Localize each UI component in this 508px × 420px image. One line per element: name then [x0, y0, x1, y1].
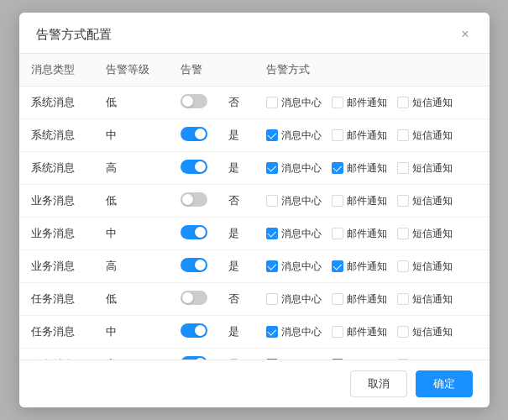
checkbox-icon[interactable] — [332, 162, 343, 174]
cell-notify-options: 消息中心邮件通知短信通知 — [254, 218, 489, 250]
checkbox-item[interactable]: 消息中心 — [266, 260, 322, 274]
checkbox-icon[interactable] — [332, 326, 343, 338]
checkbox-item[interactable]: 消息中心 — [266, 161, 322, 176]
cell-notify-options: 消息中心邮件通知短信通知 — [254, 250, 489, 283]
toggle-switch[interactable] — [181, 291, 207, 305]
checkbox-icon[interactable] — [266, 326, 278, 338]
alert-config-dialog: 告警方式配置 × 消息类型 告警等级 告警 告警方式 系统消息低否消息中心邮件通… — [19, 13, 490, 407]
close-button[interactable]: × — [458, 26, 472, 43]
checkbox-item[interactable]: 消息中心 — [266, 292, 322, 307]
cell-toggle-label: 是 — [225, 349, 254, 360]
checkbox-item[interactable]: 邮件通知 — [332, 129, 387, 143]
checkbox-label: 短信通知 — [412, 161, 453, 176]
cell-toggle-label: 是 — [225, 250, 254, 283]
toggle-switch[interactable] — [181, 225, 207, 239]
checkbox-icon[interactable] — [332, 293, 343, 305]
checkbox-item[interactable]: 短信通知 — [397, 129, 453, 143]
checkbox-item[interactable]: 邮件通知 — [332, 161, 387, 176]
checkbox-label: 邮件通知 — [347, 292, 387, 307]
col-header-type: 消息类型 — [19, 54, 94, 87]
checkbox-icon[interactable] — [397, 129, 409, 141]
checkbox-icon[interactable] — [397, 260, 409, 272]
cell-level: 高 — [94, 349, 169, 360]
cell-toggle[interactable] — [169, 119, 225, 152]
cell-level: 中 — [94, 218, 169, 250]
checkbox-icon[interactable] — [266, 293, 278, 305]
toggle-switch[interactable] — [181, 192, 207, 207]
checkbox-icon[interactable] — [266, 97, 278, 108]
cell-level: 中 — [94, 119, 169, 152]
checkbox-item[interactable]: 短信通知 — [397, 227, 453, 241]
cell-toggle[interactable] — [169, 250, 225, 283]
checkbox-icon[interactable] — [332, 97, 343, 108]
checkbox-label: 消息中心 — [281, 129, 322, 143]
checkbox-item[interactable]: 邮件通知 — [332, 260, 387, 274]
cell-level: 高 — [94, 250, 169, 283]
checkbox-label: 短信通知 — [412, 96, 453, 110]
checkbox-label: 邮件通知 — [347, 325, 387, 339]
checkbox-item[interactable]: 短信通知 — [397, 194, 453, 208]
checkbox-icon[interactable] — [397, 195, 409, 207]
checkbox-icon[interactable] — [266, 195, 278, 207]
checkbox-icon[interactable] — [397, 326, 409, 338]
checkbox-icon[interactable] — [332, 228, 343, 239]
cell-toggle[interactable] — [169, 218, 225, 250]
cell-toggle[interactable] — [169, 349, 225, 360]
cell-toggle-label: 否 — [225, 283, 254, 316]
checkbox-item[interactable]: 消息中心 — [266, 227, 322, 241]
checkbox-icon[interactable] — [332, 129, 343, 141]
table-row: 任务消息低否消息中心邮件通知短信通知 — [19, 283, 490, 316]
cell-toggle[interactable] — [169, 316, 225, 349]
checkbox-item[interactable]: 短信通知 — [397, 260, 453, 274]
cell-notify-options: 消息中心邮件通知短信通知 — [254, 316, 489, 349]
cell-toggle[interactable] — [169, 283, 225, 316]
cell-type: 业务消息 — [19, 185, 94, 218]
cell-notify-options: 消息中心邮件通知短信通知 — [254, 349, 489, 360]
checkbox-label: 消息中心 — [281, 194, 322, 208]
checkbox-item[interactable]: 短信通知 — [397, 325, 453, 339]
checkbox-item[interactable]: 短信通知 — [397, 161, 453, 176]
checkbox-icon[interactable] — [397, 228, 409, 239]
checkbox-item[interactable]: 消息中心 — [266, 129, 322, 143]
cell-toggle[interactable] — [169, 152, 225, 185]
cell-toggle[interactable] — [169, 87, 225, 119]
checkbox-label: 消息中心 — [281, 292, 322, 307]
cancel-button[interactable]: 取消 — [350, 370, 407, 397]
checkbox-label: 消息中心 — [281, 227, 322, 241]
cell-notify-options: 消息中心邮件通知短信通知 — [254, 283, 489, 316]
checkbox-icon[interactable] — [266, 260, 278, 272]
dialog-footer: 取消 确定 — [19, 360, 490, 407]
checkbox-item[interactable]: 邮件通知 — [332, 292, 387, 307]
cell-type: 任务消息 — [19, 316, 94, 349]
checkbox-item[interactable]: 消息中心 — [266, 194, 322, 208]
checkbox-item[interactable]: 短信通知 — [397, 292, 453, 307]
checkbox-icon[interactable] — [397, 293, 409, 305]
checkbox-icon[interactable] — [332, 195, 343, 207]
checkbox-item[interactable]: 短信通知 — [397, 96, 453, 110]
confirm-button[interactable]: 确定 — [416, 370, 473, 397]
table-row: 任务消息中是消息中心邮件通知短信通知 — [19, 316, 490, 349]
checkbox-icon[interactable] — [266, 228, 278, 239]
cell-toggle[interactable] — [169, 185, 225, 218]
cell-type: 任务消息 — [19, 283, 94, 316]
checkbox-item[interactable]: 消息中心 — [266, 325, 322, 339]
toggle-switch[interactable] — [181, 323, 207, 338]
toggle-switch[interactable] — [181, 356, 207, 360]
toggle-switch[interactable] — [181, 258, 207, 272]
checkbox-item[interactable]: 邮件通知 — [332, 325, 387, 339]
checkbox-icon[interactable] — [397, 162, 409, 174]
checkbox-label: 邮件通知 — [347, 161, 387, 176]
toggle-switch[interactable] — [181, 94, 207, 108]
toggle-switch[interactable] — [181, 127, 207, 141]
checkbox-icon[interactable] — [266, 162, 278, 174]
checkbox-item[interactable]: 邮件通知 — [332, 194, 387, 208]
checkbox-icon[interactable] — [266, 129, 278, 141]
cell-notify-options: 消息中心邮件通知短信通知 — [254, 87, 489, 119]
checkbox-label: 消息中心 — [281, 96, 322, 110]
toggle-switch[interactable] — [181, 160, 207, 174]
checkbox-item[interactable]: 邮件通知 — [332, 227, 387, 241]
checkbox-icon[interactable] — [332, 260, 343, 272]
checkbox-item[interactable]: 消息中心 — [266, 96, 322, 110]
checkbox-item[interactable]: 邮件通知 — [332, 96, 387, 110]
checkbox-icon[interactable] — [397, 97, 409, 108]
